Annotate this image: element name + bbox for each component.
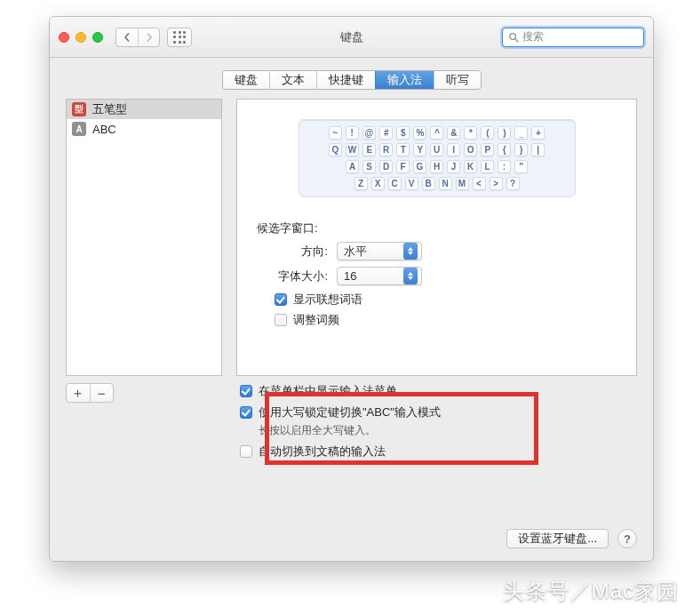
input-source-list[interactable]: 型五笔型AABC <box>66 99 222 376</box>
keyboard-key: " <box>514 160 528 173</box>
keyboard-key: > <box>490 177 503 190</box>
caps-switch-label: 使用大写锁定键切换"ABC"输入模式 <box>259 404 441 420</box>
keyboard-key: : <box>498 160 511 173</box>
grid-icon <box>173 31 186 44</box>
show-predictions-checkbox[interactable]: 显示联想词语 <box>275 292 617 308</box>
tab-键盘[interactable]: 键盘 <box>223 71 269 89</box>
keyboard-key: L <box>481 160 494 173</box>
tab-输入法[interactable]: 输入法 <box>375 71 434 89</box>
keyboard-row: ZXCVBNM<>? <box>306 177 569 190</box>
nav-back-forward <box>116 28 160 47</box>
add-button[interactable]: ＋ <box>67 384 90 402</box>
keyboard-key: S <box>362 160 376 173</box>
show-all-button[interactable] <box>167 28 192 47</box>
keyboard-key: U <box>430 143 443 156</box>
keyboard-row: ASDFGHJKL:" <box>306 160 569 173</box>
add-remove-control: ＋ − <box>66 383 114 403</box>
close-icon[interactable] <box>59 32 69 43</box>
svg-line-1 <box>515 38 518 41</box>
keyboard-key: | <box>531 143 545 156</box>
show-input-menu-label: 在菜单栏中显示输入法菜单 <box>259 383 397 399</box>
forward-button[interactable] <box>138 28 159 46</box>
help-button[interactable]: ? <box>617 529 637 548</box>
footer: 设置蓝牙键盘... ? <box>50 520 653 561</box>
keyboard-key: J <box>447 160 460 173</box>
keyboard-key: A <box>346 160 359 173</box>
keyboard-key: + <box>531 126 545 140</box>
keyboard-key: $ <box>396 126 410 140</box>
keyboard-key: % <box>413 126 426 140</box>
checkbox-icon <box>275 293 287 306</box>
adjust-freq-checkbox[interactable]: 调整词频 <box>275 312 617 328</box>
keyboard-row: QWERTYUIOP{}| <box>306 143 569 156</box>
auto-switch-checkbox[interactable]: 自动切换到文稿的输入法 <box>240 444 637 460</box>
keyboard-key: X <box>371 177 385 190</box>
updown-arrows-icon <box>403 268 418 284</box>
show-input-menu-checkbox[interactable]: 在菜单栏中显示输入法菜单 <box>240 383 637 399</box>
checkbox-icon <box>275 314 287 326</box>
keyboard-key: E <box>362 143 376 156</box>
input-source-detail: ~!@#$%^&*()_+QWERTYUIOP{}|ASDFGHJKL:"ZXC… <box>236 99 637 376</box>
caps-switch-note: 长按以启用全大写键入。 <box>259 423 637 438</box>
input-source-label: ABC <box>92 123 116 136</box>
input-source-item[interactable]: AABC <box>67 119 221 139</box>
keyboard-key: ~ <box>329 126 342 140</box>
checkbox-icon <box>240 406 252 419</box>
keyboard-key: R <box>379 143 393 156</box>
keyboard-key: Z <box>354 177 368 190</box>
tab-听写[interactable]: 听写 <box>434 71 481 89</box>
auto-switch-label: 自动切换到文稿的输入法 <box>259 444 386 460</box>
keyboard-key: Y <box>413 143 426 156</box>
remove-button[interactable]: − <box>90 384 114 402</box>
keyboard-key: H <box>430 160 443 173</box>
tab-快捷键[interactable]: 快捷键 <box>316 71 375 89</box>
input-source-item[interactable]: 型五笔型 <box>67 100 221 119</box>
bluetooth-keyboard-button[interactable]: 设置蓝牙键盘... <box>506 529 609 548</box>
keyboard-key: N <box>439 177 452 190</box>
preferences-window: 键盘 搜索 键盘文本快捷键输入法听写 型五笔型AABC ＋ − ~!@#$%^&… <box>49 16 654 562</box>
keyboard-key: * <box>464 126 477 140</box>
input-source-label: 五笔型 <box>92 101 127 117</box>
keyboard-key: ) <box>498 126 511 140</box>
keyboard-key: V <box>405 177 418 190</box>
keyboard-key: _ <box>514 126 528 140</box>
search-input[interactable]: 搜索 <box>502 28 644 47</box>
font-size-value: 16 <box>344 269 356 283</box>
keyboard-key: ^ <box>430 126 443 140</box>
keyboard-key: < <box>473 177 486 190</box>
keyboard-key: # <box>379 126 393 140</box>
keyboard-key: W <box>346 143 359 156</box>
checkbox-icon <box>240 385 252 397</box>
input-source-badge: A <box>72 122 86 136</box>
keyboard-key: ( <box>481 126 494 140</box>
keyboard-key: } <box>514 143 528 156</box>
keyboard-key: G <box>413 160 426 173</box>
font-size-select[interactable]: 16 <box>337 267 422 285</box>
minimize-icon[interactable] <box>76 32 86 43</box>
keyboard-key: M <box>456 177 469 190</box>
keyboard-key: P <box>481 143 494 156</box>
tab-文本[interactable]: 文本 <box>269 71 316 89</box>
keyboard-key: B <box>422 177 435 190</box>
updown-arrows-icon <box>403 243 418 260</box>
left-column: 型五笔型AABC ＋ − <box>66 99 222 520</box>
candidate-window-title: 候选字窗口: <box>257 220 617 236</box>
direction-select[interactable]: 水平 <box>337 242 422 260</box>
search-placeholder: 搜索 <box>522 29 544 44</box>
font-size-label: 字体大小: <box>273 268 337 284</box>
back-button[interactable] <box>116 28 138 46</box>
virtual-keyboard-preview: ~!@#$%^&*()_+QWERTYUIOP{}|ASDFGHJKL:"ZXC… <box>299 119 576 197</box>
traffic-lights <box>59 32 103 43</box>
keyboard-key: ? <box>506 177 520 190</box>
right-column: ~!@#$%^&*()_+QWERTYUIOP{}|ASDFGHJKL:"ZXC… <box>236 99 637 520</box>
keyboard-key: Q <box>329 143 342 156</box>
keyboard-key: K <box>464 160 477 173</box>
zoom-icon[interactable] <box>92 32 103 43</box>
caps-switch-checkbox[interactable]: 使用大写锁定键切换"ABC"输入模式 <box>240 404 637 420</box>
keyboard-key: I <box>447 143 460 156</box>
keyboard-key: & <box>447 126 460 140</box>
search-icon <box>508 32 519 43</box>
show-predictions-label: 显示联想词语 <box>293 292 362 308</box>
direction-label: 方向: <box>273 244 337 260</box>
global-options: 在菜单栏中显示输入法菜单 使用大写锁定键切换"ABC"输入模式 长按以启用全大写… <box>236 383 637 465</box>
